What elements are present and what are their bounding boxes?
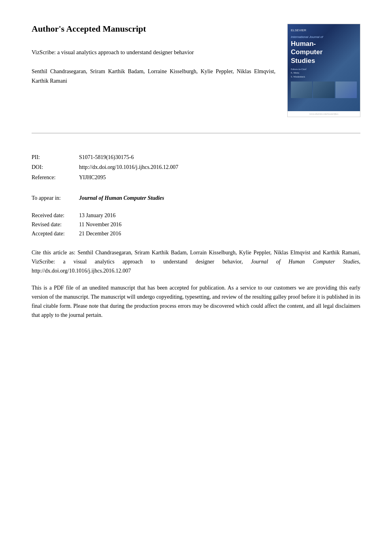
journal-cover-image: ELSEVIER International Journal of Human-…: [288, 24, 360, 111]
accepted-label: Accepted date:: [32, 229, 79, 238]
appear-label: To appear in:: [32, 194, 79, 203]
reference-value: YIJHC2095: [79, 173, 106, 182]
pii-label: PII:: [32, 153, 79, 162]
cite-journal: Journal of Human Computer Studies,: [251, 259, 360, 265]
cover-image-grid: [291, 81, 357, 98]
revised-row: Revised date: 11 November 2016: [32, 220, 360, 229]
authors: Senthil Chandrasegaran, Sriram Karthik B…: [32, 67, 275, 86]
appear-row: To appear in: Journal of Human Computer …: [32, 194, 360, 203]
cite-text: Cite this article as: Senthil Chandraseg…: [32, 248, 360, 275]
metadata-section: PII: S1071-5819(16)30175-6 DOI: http://d…: [32, 153, 360, 182]
doi-value: http://dx.doi.org/10.1016/j.ijhcs.2016.1…: [79, 163, 178, 172]
revised-value: 11 November 2016: [79, 220, 122, 229]
received-label: Received date:: [32, 211, 79, 220]
pii-row: PII: S1071-5819(16)30175-6: [32, 153, 360, 162]
divider: [32, 133, 360, 133]
pii-value: S1071-5819(16)30175-6: [79, 153, 134, 162]
cite-suffix: http://dx.doi.org/10.1016/j.ijhcs.2016.1…: [32, 268, 131, 274]
main-title: Author's Accepted Manuscript: [32, 24, 275, 34]
received-row: Received date: 13 January 2016: [32, 211, 360, 220]
cover-cell-1: [291, 81, 312, 98]
cover-cell-3: [335, 81, 357, 98]
journal-url: www.elsevier.com/locate/ijhcs: [288, 111, 360, 117]
paper-title: VizScribe: a visual analytics approach t…: [32, 48, 275, 57]
document-page: Author's Accepted Manuscript VizScribe: …: [0, 0, 392, 555]
cover-cell-2: [313, 81, 334, 98]
header-section: Author's Accepted Manuscript VizScribe: …: [32, 24, 360, 117]
received-value: 13 January 2016: [79, 211, 116, 220]
accepted-value: 21 December 2016: [79, 229, 121, 238]
journal-title-text: Human-ComputerStudies: [291, 40, 357, 65]
journal-cover: ELSEVIER International Journal of Human-…: [287, 24, 360, 117]
cite-section: Cite this article as: Senthil Chandraseg…: [32, 248, 360, 275]
reference-row: Reference: YIJHC2095: [32, 173, 360, 182]
dates-section: Received date: 13 January 2016 Revised d…: [32, 211, 360, 238]
journal-subtitle: International Journal of: [291, 35, 357, 39]
reference-label: Reference:: [32, 173, 79, 182]
doi-label: DOI:: [32, 163, 79, 172]
doi-row: DOI: http://dx.doi.org/10.1016/j.ijhcs.2…: [32, 163, 360, 172]
body-text: This is a PDF file of an unedited manusc…: [32, 283, 360, 320]
journal-editors: Editors-in-Chief E. Motta S. Wiedenbeck: [291, 67, 357, 78]
journal-cover-logo: ELSEVIER: [291, 27, 357, 34]
header-left: Author's Accepted Manuscript VizScribe: …: [32, 24, 287, 86]
revised-label: Revised date:: [32, 220, 79, 229]
svg-text:ELSEVIER: ELSEVIER: [291, 28, 306, 32]
accepted-row: Accepted date: 21 December 2016: [32, 229, 360, 238]
appear-value: Journal of Human Computer Studies: [79, 194, 164, 203]
